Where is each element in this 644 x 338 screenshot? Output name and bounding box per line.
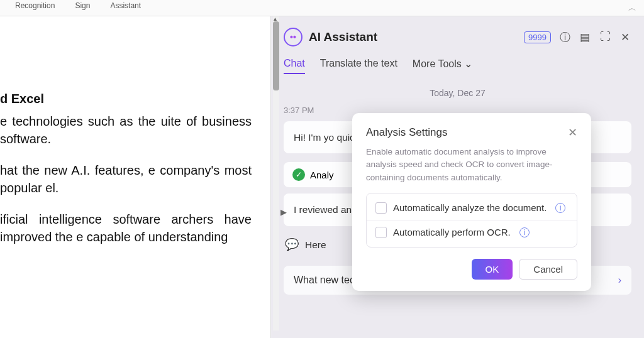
history-icon[interactable]: ▤ — [579, 31, 591, 43]
scrollbar-thumb[interactable] — [273, 21, 279, 90]
ai-logo-icon: •• — [284, 28, 303, 46]
panel-expand-handle[interactable]: ▶ — [280, 207, 288, 217]
dialog-title: Analysis Settings — [366, 126, 447, 139]
expand-icon[interactable]: ⛶ — [599, 31, 611, 43]
toolbar-item-recognition[interactable]: Recognition — [13, 0, 57, 11]
doc-paragraph: e technologies such as the uite of busin… — [0, 112, 252, 148]
credits-badge[interactable]: 9999 — [524, 31, 551, 43]
chevron-down-icon: ⌄ — [464, 58, 472, 69]
info-icon[interactable]: ⓘ — [558, 31, 571, 43]
toolbar-item-sign[interactable]: Sign — [72, 0, 92, 11]
app-toolbar: Recognition Sign Assistant ︿ — [0, 0, 644, 16]
info-icon[interactable]: i — [519, 227, 530, 237]
info-icon[interactable]: i — [555, 203, 565, 213]
chat-bubble-icon: 💬 — [285, 237, 299, 251]
scrollbar-track[interactable]: ▴ — [273, 16, 279, 330]
doc-heading: d Excel — [0, 92, 252, 106]
ok-button[interactable]: OK — [472, 259, 513, 280]
dialog-description: Enable automatic document analysis to im… — [366, 146, 577, 184]
collapse-caret-icon[interactable]: ︿ — [628, 3, 636, 14]
checkmark-icon: ✓ — [292, 168, 305, 181]
tab-more-tools[interactable]: More Tools ⌄ — [413, 58, 472, 74]
option-label: Automatically perform OCR. — [393, 227, 511, 237]
option-auto-ocr[interactable]: Automatically perform OCR. i — [367, 220, 577, 244]
option-label: Automatically analyze the document. — [393, 202, 547, 213]
panel-title: AI Assistant — [309, 30, 377, 44]
checkbox[interactable] — [375, 202, 387, 214]
close-icon[interactable]: ✕ — [568, 126, 577, 139]
close-icon[interactable]: ✕ — [619, 31, 631, 43]
tab-translate[interactable]: Translate the text — [320, 58, 397, 74]
status-label: Analy — [310, 170, 334, 180]
chevron-right-icon: › — [618, 275, 621, 286]
ai-tabs: Chat Translate the text More Tools ⌄ — [284, 58, 631, 74]
chat-date: Today, Dec 27 — [284, 88, 631, 98]
doc-paragraph: ificial intelligence software archers ha… — [0, 210, 252, 246]
checkbox[interactable] — [375, 227, 387, 238]
suggestion-label: Here — [305, 237, 326, 252]
analysis-settings-dialog: Analysis Settings ✕ Enable automatic doc… — [352, 113, 591, 291]
tab-chat[interactable]: Chat — [284, 58, 305, 74]
document-viewer: d Excel e technologies such as the uite … — [0, 16, 270, 338]
cancel-button[interactable]: Cancel — [519, 259, 577, 280]
option-auto-analyze[interactable]: Automatically analyze the document. i — [367, 196, 577, 220]
doc-paragraph: hat the new A.I. features, e company's m… — [0, 161, 252, 197]
options-group: Automatically analyze the document. i Au… — [366, 193, 577, 248]
toolbar-item-assistant[interactable]: Assistant — [108, 0, 143, 11]
